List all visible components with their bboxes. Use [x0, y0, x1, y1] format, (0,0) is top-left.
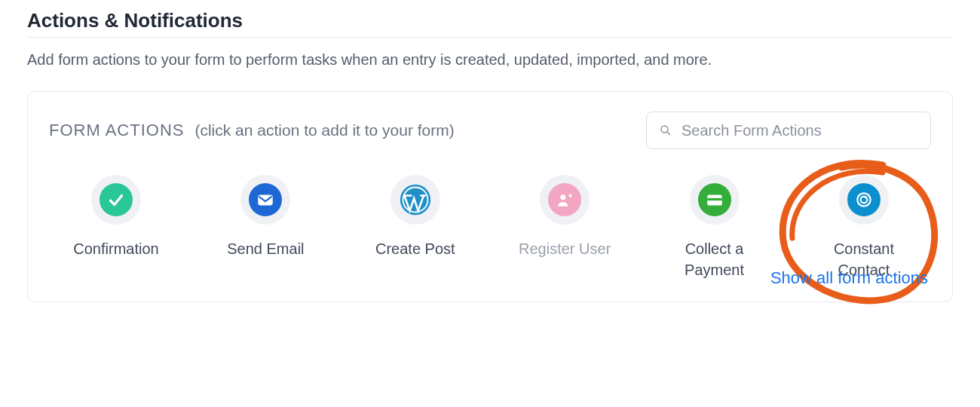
action-label: Create Post — [375, 238, 455, 259]
action-constant-contact[interactable]: Constant Contact — [800, 175, 928, 280]
card-icon — [690, 175, 740, 225]
action-label: Collect a Payment — [684, 238, 744, 280]
form-actions-panel: FORM ACTIONS (click an action to add it … — [27, 91, 953, 302]
search-box[interactable] — [646, 112, 931, 149]
panel-header: FORM ACTIONS (click an action to add it … — [49, 112, 931, 149]
check-icon — [91, 175, 141, 225]
action-collect-payment[interactable]: Collect a Payment — [651, 175, 779, 280]
action-create-post[interactable]: Create Post — [351, 175, 479, 280]
action-label: Register User — [519, 238, 611, 259]
user-plus-icon — [540, 175, 590, 225]
target-icon — [839, 175, 889, 225]
show-all-link[interactable]: Show all form actions — [770, 268, 928, 288]
search-icon — [659, 124, 672, 137]
wordpress-icon — [390, 175, 440, 225]
svg-line-1 — [667, 132, 670, 135]
action-label: Send Email — [227, 238, 304, 259]
panel-hint: (click an action to add it to your form) — [194, 121, 454, 139]
svg-point-0 — [661, 126, 668, 133]
action-send-email[interactable]: Send Email — [201, 175, 329, 280]
divider — [27, 37, 953, 38]
section-title: Actions & Notifications — [27, 9, 953, 32]
search-input[interactable] — [680, 121, 918, 140]
panel-title: FORM ACTIONS — [49, 121, 184, 140]
action-confirmation[interactable]: Confirmation — [52, 175, 180, 280]
action-register-user[interactable]: Register User — [501, 175, 629, 280]
actions-row: ConfirmationSend EmailCreate PostRegiste… — [49, 175, 931, 280]
action-label: Confirmation — [73, 238, 158, 259]
section-description: Add form actions to your form to perform… — [27, 51, 953, 69]
envelope-icon — [240, 175, 290, 225]
